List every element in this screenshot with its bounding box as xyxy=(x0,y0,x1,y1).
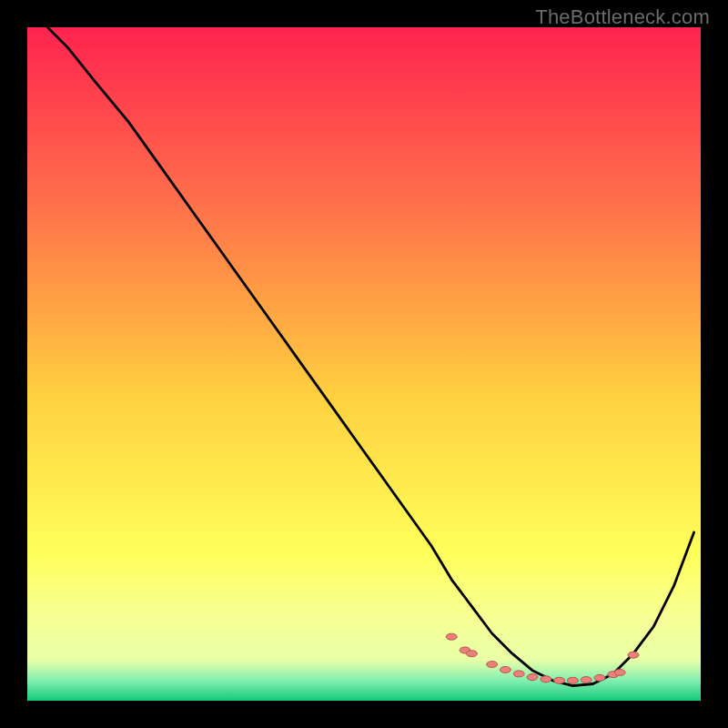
marker-dot xyxy=(446,633,457,640)
marker-dot xyxy=(554,677,565,683)
marker-dot xyxy=(466,651,477,657)
marker-dot xyxy=(567,677,578,683)
bottleneck-chart xyxy=(27,27,701,701)
marker-dot xyxy=(541,676,551,682)
marker-dot xyxy=(594,674,605,681)
marker-dot xyxy=(513,671,524,677)
marker-dot xyxy=(581,677,592,683)
chart-container: TheBottleneck.com xyxy=(0,0,728,728)
marker-dot xyxy=(628,652,639,658)
marker-dot xyxy=(487,662,498,668)
gradient-background xyxy=(27,27,701,701)
marker-dot xyxy=(614,669,625,675)
marker-dot xyxy=(500,666,511,672)
marker-dot xyxy=(527,674,538,681)
watermark-text: TheBottleneck.com xyxy=(535,5,710,29)
